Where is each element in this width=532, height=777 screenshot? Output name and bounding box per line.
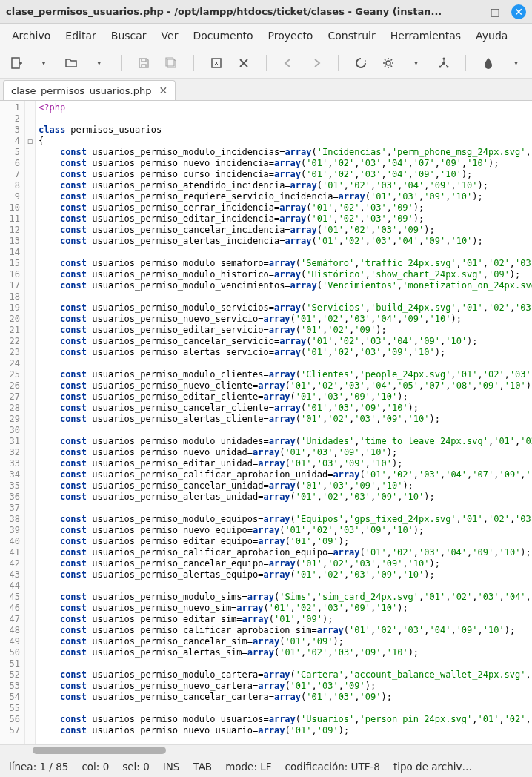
horizontal-scrollbar[interactable] [0,744,532,755]
minimize-button[interactable]: — [464,4,479,19]
close-file-icon[interactable] [236,56,250,70]
line-number-gutter: 1234567891011121314151617181920212223242… [0,101,25,744]
close-button[interactable]: ✕ [511,4,526,19]
menubar: Archivo Editar Buscar Ver Documento Proy… [0,24,532,47]
compile-icon[interactable] [353,56,368,70]
svg-point-4 [386,61,390,65]
execute-icon[interactable] [436,56,450,70]
menu-ayuda[interactable]: Ayuda [470,27,513,44]
tabbar: clase_permisos_usuarios.php ✕ [0,79,532,101]
color-icon[interactable] [481,56,495,70]
fold-column[interactable]: ⊟ [25,101,36,744]
menu-archivo[interactable]: Archivo [6,27,56,44]
menu-editar[interactable]: Editar [59,27,102,44]
build-dropdown-icon[interactable]: ▾ [409,56,423,70]
menu-proyecto[interactable]: Proyecto [262,27,319,44]
editor[interactable]: 1234567891011121314151617181920212223242… [0,101,532,744]
titlebar: clase_permisos_usuarios.php - /opt/lampp… [0,0,532,24]
menu-herramientas[interactable]: Herramientas [385,27,467,44]
menu-buscar[interactable]: Buscar [105,27,153,44]
save-all-icon[interactable] [164,56,179,70]
svg-rect-0 [12,58,19,68]
open-file-icon[interactable] [64,56,79,70]
open-file-dropdown-icon[interactable]: ▾ [92,56,106,70]
menu-documento[interactable]: Documento [187,27,259,44]
status-col: col: 0 [82,761,109,773]
tab-label: clase_permisos_usuarios.php [11,85,151,96]
status-tab: TAB [193,761,212,773]
status-ins: INS [163,761,180,773]
menu-construir[interactable]: Construir [322,27,381,44]
status-ftype: tipo de archiv… [393,761,472,773]
status-line: línea: 1 / 85 [9,761,68,773]
window-title: clase_permisos_usuarios.php - /opt/lampp… [6,6,464,17]
status-mode: mode: LF [225,761,271,773]
tab-close-icon[interactable]: ✕ [159,85,167,96]
new-file-dropdown-icon[interactable]: ▾ [36,56,50,70]
menu-ver[interactable]: Ver [156,27,184,44]
toolbar: ▾ ▾ ▾ ▾ [0,47,532,79]
status-sel: sel: 0 [122,761,150,773]
color-dropdown-icon[interactable]: ▾ [509,56,523,70]
save-icon[interactable] [136,56,150,70]
new-file-icon[interactable] [9,56,23,70]
statusbar: línea: 1 / 85 col: 0 sel: 0 INS TAB mode… [0,755,532,777]
tab-file[interactable]: clase_permisos_usuarios.php ✕ [3,80,176,100]
code-area[interactable]: <?phpclass permisos_usuarios{ const usua… [36,101,532,744]
nav-forward-icon[interactable] [309,56,323,70]
nav-back-icon[interactable] [282,56,296,70]
reload-icon[interactable] [209,56,223,70]
scrollbar-thumb[interactable] [33,747,166,754]
build-icon[interactable] [381,56,395,70]
status-enc: codificación: UTF-8 [285,761,380,773]
maximize-button[interactable]: □ [488,4,502,19]
